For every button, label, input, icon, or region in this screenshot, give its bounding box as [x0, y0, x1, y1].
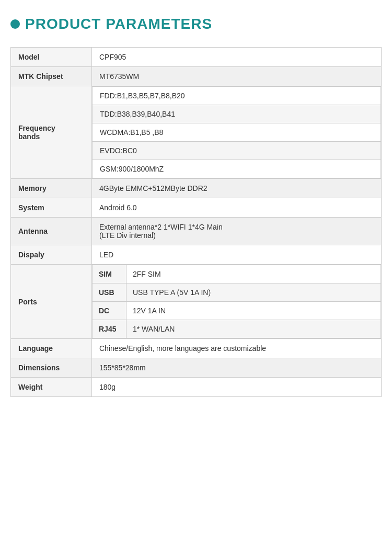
ports-row: Ports SIM 2FF SIM USB USB TYPE A (5V 1A …: [11, 265, 382, 339]
row-label: Dispaly: [11, 245, 92, 265]
params-table: Model CPF905 MTK Chipset MT6735WM Freque…: [10, 47, 382, 397]
row-label: System: [11, 198, 92, 218]
row-value: Android 6.0: [92, 198, 382, 218]
freq-value: WCDMA:B1,B5 ,B8: [93, 123, 381, 142]
freq-value: GSM:900/1800MhZ: [93, 160, 381, 178]
ports-label: Ports: [11, 265, 92, 339]
row-label: Memory: [11, 179, 92, 198]
row-label: Dimensions: [11, 358, 92, 378]
row-value: External antenna*2 1*WIFI 1*4G Main (LTE…: [92, 218, 382, 245]
row-label: Antenna: [11, 218, 92, 245]
port-label: RJ45: [93, 320, 126, 338]
row-label: Weight: [11, 378, 92, 397]
freq-value: TDD:B38,B39,B40,B41: [93, 105, 381, 123]
table-row: Weight 180g: [11, 378, 382, 397]
row-value: 4GByte EMMC+512MByte DDR2: [92, 179, 382, 198]
row-label: Language: [11, 339, 92, 358]
port-label: DC: [93, 302, 126, 320]
row-value: 180g: [92, 378, 382, 397]
port-value: 2FF SIM: [126, 265, 381, 283]
title-bullet: [10, 19, 20, 29]
page-title: PRODUCT PARAMETERS: [25, 16, 212, 32]
frequency-label: Frequencybands: [11, 86, 92, 179]
row-value: Chinese/English, more languages are cust…: [92, 339, 382, 358]
table-row: Memory 4GByte EMMC+512MByte DDR2: [11, 179, 382, 198]
row-value: LED: [92, 245, 382, 265]
table-row: Model CPF905: [11, 48, 382, 67]
table-row: Dimensions 155*85*28mm: [11, 358, 382, 378]
port-value: 1* WAN/LAN: [126, 320, 381, 338]
table-row: Language Chinese/English, more languages…: [11, 339, 382, 358]
row-label: Model: [11, 48, 92, 67]
table-row: Antenna External antenna*2 1*WIFI 1*4G M…: [11, 218, 382, 245]
table-row: Dispaly LED: [11, 245, 382, 265]
row-label: MTK Chipset: [11, 67, 92, 86]
row-value: CPF905: [92, 48, 382, 67]
table-row: System Android 6.0: [11, 198, 382, 218]
frequency-values: FDD:B1,B3,B5,B7,B8,B20TDD:B38,B39,B40,B4…: [92, 86, 382, 179]
frequency-row: Frequencybands FDD:B1,B3,B5,B7,B8,B20TDD…: [11, 86, 382, 179]
freq-value: FDD:B1,B3,B5,B7,B8,B20: [93, 87, 381, 105]
freq-value: EVDO:BC0: [93, 142, 381, 160]
page-title-section: PRODUCT PARAMETERS: [10, 16, 382, 32]
row-value: 155*85*28mm: [92, 358, 382, 378]
port-value: 12V 1A IN: [126, 302, 381, 320]
table-row: MTK Chipset MT6735WM: [11, 67, 382, 86]
port-value: USB TYPE A (5V 1A IN): [126, 283, 381, 302]
port-label: SIM: [93, 265, 126, 283]
ports-values: SIM 2FF SIM USB USB TYPE A (5V 1A IN) DC…: [92, 265, 382, 339]
port-label: USB: [93, 283, 126, 302]
row-value: MT6735WM: [92, 67, 382, 86]
